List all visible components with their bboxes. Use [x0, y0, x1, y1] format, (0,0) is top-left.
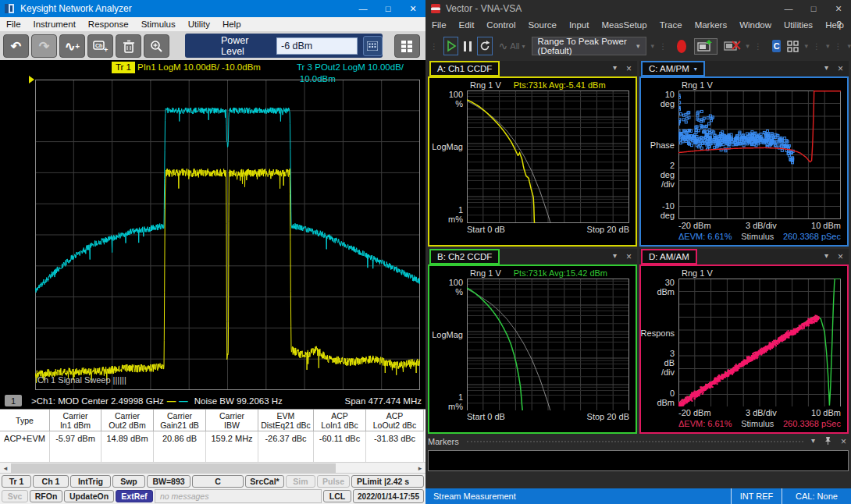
restart-button[interactable] [477, 37, 492, 55]
panel-close-icon[interactable]: × [838, 251, 843, 262]
menu-control[interactable]: Control [480, 20, 522, 30]
close-icon[interactable]: × [826, 0, 851, 17]
trace3-label[interactable]: Tr 3 POut2 LogM 10.00dB/ -10.0dBm [297, 62, 426, 73]
minimize-icon[interactable]: — [351, 0, 376, 17]
scroll-left-icon[interactable]: ◂ [0, 463, 11, 474]
panel-a-tab[interactable]: A: Ch1 CCDF [429, 61, 500, 76]
am-pm-plot[interactable] [678, 91, 841, 219]
trace1-label[interactable]: PIn1 LogM 10.00dB/ -10.0dBm [137, 62, 261, 73]
panel-menu-icon[interactable]: ▾ [824, 63, 828, 74]
menu-utility[interactable]: Utility [182, 20, 216, 29]
trace1-badge[interactable]: Tr 1 [112, 62, 135, 73]
menu-utilities[interactable]: Utilities [778, 20, 819, 30]
panel-menu-icon[interactable]: ▾ [613, 63, 617, 74]
zoom-icon[interactable] [144, 34, 169, 58]
panel-c-tab[interactable]: C: AM/PM ▾ [641, 61, 705, 76]
status-rfon[interactable]: RFOn [30, 490, 62, 502]
record-button[interactable] [677, 40, 686, 53]
panel-close-icon[interactable]: × [838, 63, 843, 74]
col-header-gain21[interactable]: CarrierGain21 dB [154, 410, 206, 431]
menu-file[interactable]: File [426, 20, 453, 30]
spectrum-y-axis [0, 80, 31, 390]
menu-input[interactable]: Input [563, 20, 596, 30]
col-header-out2[interactable]: CarrierOut2 dBm [101, 410, 154, 431]
status-correction[interactable]: C [192, 475, 244, 488]
col-header-evm[interactable]: EVMDistEq21 dBc [258, 410, 314, 431]
undo-icon[interactable]: ↶ [3, 34, 29, 58]
maximize-icon[interactable]: □ [801, 0, 826, 17]
pin-icon[interactable] [824, 436, 831, 447]
menu-edit[interactable]: Edit [453, 20, 481, 30]
status-channel[interactable]: Ch 1 [33, 475, 69, 488]
table-hscrollbar[interactable]: ◂ ▸ [0, 462, 426, 474]
panel-menu-icon[interactable]: ▾ [811, 436, 815, 447]
menu-window[interactable]: Window [733, 20, 778, 30]
menu-help[interactable]: Help [819, 20, 850, 30]
cell-gain21: 20.86 dB [154, 431, 206, 445]
status-bandwidth[interactable]: BW=893 [147, 475, 190, 488]
play-button[interactable] [443, 37, 458, 55]
menu-trace[interactable]: Trace [653, 20, 689, 30]
add-trace-icon[interactable]: ∿+ [59, 34, 85, 58]
delete-trash-icon[interactable] [116, 34, 141, 58]
spectrum-plot[interactable] [35, 80, 420, 390]
scroll-right-icon[interactable]: ▸ [415, 463, 426, 474]
minimize-icon[interactable]: — [776, 0, 801, 17]
range-dropdown[interactable]: Range To Peak Power (Default) ▾ [532, 37, 646, 55]
maximize-icon[interactable]: □ [376, 0, 401, 17]
col-header-type[interactable]: Type [0, 410, 50, 431]
status-lcl[interactable]: LCL [323, 490, 351, 502]
status-cal[interactable]: CAL: None [782, 488, 851, 504]
status-sweep[interactable]: Swp [112, 475, 145, 488]
keypad-icon[interactable] [363, 36, 383, 56]
menu-file[interactable]: File [0, 20, 27, 29]
status-plimit[interactable]: PLimit |2.42 s [351, 475, 424, 488]
col-header-ibw[interactable]: CarrierIBW [206, 410, 258, 431]
markers-content[interactable] [428, 450, 849, 471]
am-am-plot[interactable] [678, 279, 841, 407]
hide-display-button[interactable] [724, 40, 741, 53]
redo-icon[interactable]: ↷ [31, 34, 57, 58]
menu-stimulus[interactable]: Stimulus [135, 20, 182, 29]
ccdf-b-plot[interactable] [467, 279, 629, 411]
pause-button[interactable] [463, 41, 472, 52]
panel-c-y-axis: 10deg Phase 2deg/div -10deg [641, 91, 678, 219]
markers-header[interactable]: Markers ▾ × [428, 435, 849, 448]
status-trigger[interactable]: IntTrig [70, 475, 111, 488]
panel-close-icon[interactable]: × [626, 251, 632, 262]
show-display-button[interactable] [694, 38, 717, 55]
menu-meassetup[interactable]: MeasSetup [595, 20, 653, 30]
scroll-thumb[interactable] [11, 463, 336, 473]
status-extref[interactable]: ExtRef [116, 490, 153, 502]
power-level-input[interactable] [276, 37, 358, 55]
close-icon[interactable]: × [401, 0, 426, 17]
panel-menu-icon[interactable]: ▾ [613, 251, 617, 262]
status-int-ref[interactable]: INT REF [731, 488, 782, 504]
panel-menu-icon[interactable]: ▾ [824, 251, 828, 262]
table-row[interactable]: ACP+EVM -5.97 dBm 14.89 dBm 20.86 dB 159… [0, 431, 426, 445]
layout-grid-button[interactable] [787, 41, 799, 52]
channel-number-badge[interactable]: 1 [5, 395, 22, 406]
col-header-acp-loin1[interactable]: ACPLoIn1 dBc [314, 410, 366, 431]
ccdf-a-plot[interactable] [467, 91, 629, 223]
status-row-2: Svc RFOn UpdateOn ExtRef no messages LCL… [0, 488, 426, 504]
menu-response[interactable]: Response [82, 20, 135, 29]
softkey-panel-icon[interactable] [394, 34, 420, 58]
help-qmark[interactable]: ? [836, 20, 842, 30]
panel-close-icon[interactable]: × [841, 436, 846, 447]
status-srccal[interactable]: SrcCal* [245, 475, 284, 488]
status-updateon[interactable]: UpdateOn [64, 490, 114, 502]
menu-instrument[interactable]: Instrument [27, 20, 82, 29]
menu-source[interactable]: Source [522, 20, 562, 30]
panel-b-tab[interactable]: B: Ch2 CCDF [429, 249, 500, 264]
add-channel-icon[interactable]: Ch+ [87, 34, 113, 58]
panel-close-icon[interactable]: × [626, 63, 632, 74]
menu-help[interactable]: Help [216, 20, 247, 29]
status-trace[interactable]: Tr 1 [2, 475, 31, 488]
panel-d-header: D: AM/AM ▾ × [639, 249, 849, 264]
menu-markers[interactable]: Markers [689, 20, 734, 30]
panel-d-tab[interactable]: D: AM/AM [641, 249, 697, 264]
col-header-in1[interactable]: CarrierIn1 dBm [50, 410, 101, 431]
col-header-acp-loout2[interactable]: ACPLoOut2 dBc [366, 410, 424, 431]
color-scheme-button[interactable]: C [772, 40, 782, 52]
